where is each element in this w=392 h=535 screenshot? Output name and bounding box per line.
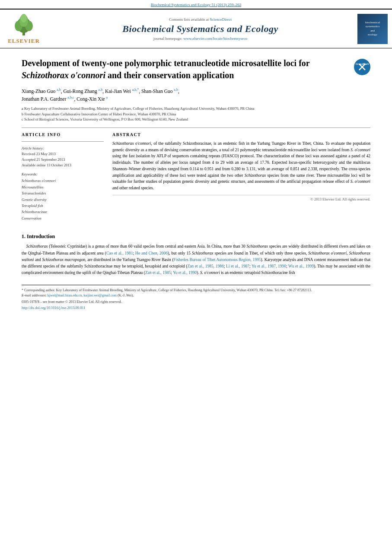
intro-heading: 1. Introduction bbox=[22, 233, 370, 240]
affiliations: a Key Laboratory of Freshwater Animal Br… bbox=[22, 106, 370, 122]
ref-wu1999[interactable]: Wu et al., 1999 bbox=[288, 264, 314, 268]
intro-paragraph: Schizothorax (Teleostei: Cyprinidae) is … bbox=[22, 243, 370, 276]
crossmark-badge[interactable]: CrossMark bbox=[354, 59, 370, 75]
badge-line1: biochemical bbox=[365, 21, 380, 25]
journal-homepage: journal homepage: www.elsevier.com/locat… bbox=[48, 36, 353, 41]
ref-he2006[interactable]: He and Chen, 2006 bbox=[135, 251, 168, 255]
ref-li1987[interactable]: Li et al., 1987 bbox=[226, 264, 249, 268]
ref-fisheries1995[interactable]: Fisheries Bureau of Tibet Autonomous Reg… bbox=[174, 258, 261, 262]
accepted-date: Accepted 21 September 2013 bbox=[22, 157, 104, 162]
copyright-line: © 2013 Elsevier Ltd. All rights reserved… bbox=[112, 195, 370, 201]
ref-yu1987[interactable]: Yu et al., 1987, 1990 bbox=[252, 264, 286, 268]
journal-reference[interactable]: Biochemical Systematics and Ecology 51 (… bbox=[0, 0, 392, 9]
journal-badge: biochemical systematics and ecology bbox=[357, 14, 388, 44]
affiliation-b: b Freshwater Aquaculture Collaborative I… bbox=[22, 111, 370, 117]
svg-point-5 bbox=[21, 14, 27, 22]
article-info-header: ARTICLE INFO bbox=[22, 132, 104, 137]
available-date: Available online 13 October 2013 bbox=[22, 162, 104, 168]
authors-list: Xiang-Zhao Guo a,b, Gui-Rong Zhang a,b, … bbox=[22, 87, 370, 103]
ref-yu1990[interactable]: Yu et al., 1990 bbox=[173, 271, 197, 275]
crossmark-icon: CrossMark bbox=[354, 59, 370, 75]
ref-zan1985b[interactable]: Zan et al., 1985 bbox=[145, 271, 171, 275]
keywords-list: Schizothorax o'connori Microsatellites T… bbox=[22, 178, 104, 221]
abstract-text: Schizothorax o'connori, of the subfamily… bbox=[112, 140, 370, 191]
footnote-corresponding: * Corresponding author. Key Laboratory o… bbox=[22, 288, 370, 293]
paper-title: Development of twenty-one polymorphic te… bbox=[22, 57, 370, 81]
info-divider bbox=[22, 141, 104, 142]
main-content: CrossMark Development of twenty-one poly… bbox=[0, 48, 392, 314]
keywords-header: Keywords: bbox=[22, 172, 104, 176]
issn-line: 0305-1978/$ – see front matter © 2013 El… bbox=[22, 300, 370, 304]
email-link-1[interactable]: kjwei@mail.hzau.edu.cn bbox=[48, 293, 82, 297]
sciencedirect-link[interactable]: ScienceDirect bbox=[210, 17, 232, 22]
elsevier-wordmark: ELSEVIER bbox=[8, 38, 40, 45]
doi-link[interactable]: http://dx.doi.org/10.1016/j.bse.2013.09.… bbox=[22, 306, 370, 310]
journal-center: Contents lists available at ScienceDirec… bbox=[48, 17, 353, 41]
badge-line2: systematics bbox=[366, 25, 379, 29]
abstract-header: ABSTRACT bbox=[112, 132, 370, 137]
history-section: Article history: Received 23 May 2013 Ac… bbox=[22, 146, 104, 168]
elsevier-logo: ELSEVIER bbox=[4, 13, 43, 45]
journal-header: ELSEVIER Contents lists available at Sci… bbox=[0, 9, 392, 48]
journal-title: Biochemical Systematics and Ecology bbox=[48, 23, 353, 35]
badge-line4: ecology bbox=[368, 33, 377, 37]
elsevier-tree-icon bbox=[11, 13, 37, 37]
section-divider bbox=[22, 127, 370, 128]
email-link-2[interactable]: kaijian.wei@gmail.com bbox=[83, 293, 117, 297]
affiliation-a: a Key Laboratory of Freshwater Animal Br… bbox=[22, 106, 370, 111]
contents-available-text: Contents lists available at ScienceDirec… bbox=[48, 17, 353, 22]
journal-homepage-link[interactable]: www.elsevier.com/locate/biochemsyseco bbox=[183, 36, 247, 41]
keywords-section: Keywords: Schizothorax o'connori Microsa… bbox=[22, 172, 104, 221]
ref-cao1981[interactable]: Cao et al., 1981 bbox=[106, 251, 133, 255]
affiliation-c: c School of Biological Sciences, Victori… bbox=[22, 117, 370, 122]
history-label: Article history: bbox=[22, 146, 104, 150]
article-info-abstract: ARTICLE INFO Article history: Received 2… bbox=[22, 132, 370, 226]
introduction-section: 1. Introduction Schizothorax (Teleostei:… bbox=[22, 233, 370, 276]
footnote-area: * Corresponding author. Key Laboratory o… bbox=[22, 285, 370, 310]
ref-zan1985[interactable]: Zan et al., 1985, 1986 bbox=[187, 264, 223, 268]
abstract-section: ABSTRACT Schizothorax o'connori, of the … bbox=[112, 132, 370, 226]
badge-line3: and bbox=[370, 29, 375, 33]
article-info-panel: ARTICLE INFO Article history: Received 2… bbox=[22, 132, 104, 226]
received-date: Received 23 May 2013 bbox=[22, 151, 104, 157]
svg-text:CrossMark: CrossMark bbox=[356, 63, 369, 65]
footnote-email: E-mail addresses: kjwei@mail.hzau.edu.cn… bbox=[22, 293, 370, 298]
